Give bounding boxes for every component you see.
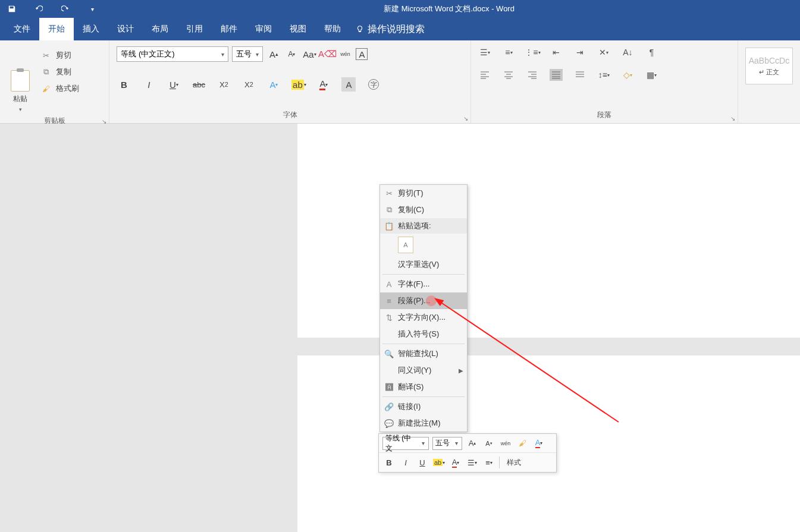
cm-smart-lookup[interactable]: 🔍 智能查找(L) bbox=[380, 345, 467, 362]
mini-phonetic[interactable]: wén bbox=[499, 437, 512, 450]
clipboard-icon: 📋 bbox=[384, 222, 394, 231]
cm-text-direction[interactable]: ⇅ 文字方向(X)... bbox=[380, 309, 467, 326]
clipboard-icon bbox=[11, 70, 30, 92]
tab-mail[interactable]: 邮件 bbox=[212, 18, 246, 40]
chevron-down-icon: ▾ bbox=[252, 51, 262, 58]
underline-button[interactable]: U▾ bbox=[167, 77, 181, 92]
mini-bold[interactable]: B bbox=[382, 456, 396, 469]
subscript-button[interactable]: X2 bbox=[217, 77, 231, 92]
save-icon[interactable] bbox=[6, 3, 18, 15]
mini-underline[interactable]: U bbox=[416, 456, 429, 469]
increase-font-button[interactable]: A▴ bbox=[266, 47, 281, 61]
paste-button[interactable]: 粘贴 ▾ bbox=[5, 44, 36, 112]
increase-indent-button[interactable]: ⇥ bbox=[573, 46, 586, 58]
cm-insert-symbol-label: 插入符号(S) bbox=[398, 329, 439, 339]
style-normal[interactable]: AaBbCcDc ↵ 正文 bbox=[745, 48, 793, 84]
window-title: 新建 Microsoft Word 文档.docx - Word bbox=[98, 4, 800, 14]
align-justify-button[interactable] bbox=[550, 69, 563, 81]
italic-button[interactable]: I bbox=[142, 77, 156, 92]
copy-button[interactable]: ⧉ 复制 bbox=[40, 67, 79, 77]
tab-design[interactable]: 设计 bbox=[108, 18, 143, 40]
quick-access-toolbar: ▾ bbox=[0, 3, 98, 15]
mini-font-color[interactable]: A▾ bbox=[532, 437, 545, 450]
change-case-button[interactable]: Aa▾ bbox=[302, 47, 316, 61]
borders-button[interactable]: ▦▾ bbox=[645, 69, 658, 81]
cm-synonyms[interactable]: 同义词(Y) ▶ bbox=[380, 362, 467, 379]
align-left-button[interactable] bbox=[478, 69, 491, 81]
decrease-indent-button[interactable]: ⇤ bbox=[550, 46, 563, 58]
cut-button[interactable]: ✂ 剪切 bbox=[40, 50, 79, 61]
qat-dropdown-icon[interactable]: ▾ bbox=[86, 3, 98, 15]
text-effects-button[interactable]: A▾ bbox=[266, 77, 281, 92]
mini-format-painter[interactable]: 🖌 bbox=[516, 437, 529, 450]
paragraph-launcher-icon[interactable]: ↘ bbox=[730, 115, 735, 122]
strikethrough-button[interactable]: abc bbox=[192, 77, 206, 92]
show-marks-button[interactable]: ¶ bbox=[645, 46, 658, 58]
mini-styles[interactable]: 样式 bbox=[503, 458, 525, 468]
font-launcher-icon[interactable]: ↘ bbox=[463, 115, 468, 122]
tab-references[interactable]: 引用 bbox=[177, 18, 212, 40]
tab-view[interactable]: 视图 bbox=[281, 18, 315, 40]
char-border-button[interactable]: A bbox=[356, 48, 368, 60]
page-gap bbox=[297, 338, 800, 355]
mini-highlight[interactable]: ab▾ bbox=[432, 456, 446, 469]
tell-me-search[interactable]: 操作说明搜索 bbox=[350, 18, 431, 40]
bold-button[interactable]: B bbox=[117, 77, 131, 92]
distributed-button[interactable] bbox=[573, 69, 586, 81]
mini-toolbar: 等线 (中文 ▾ 五号 ▾ A▴ A▾ wén 🖌 A▾ B I U ab▾ A… bbox=[378, 433, 557, 473]
format-painter-button[interactable]: 🖌 格式刷 bbox=[40, 83, 79, 94]
cm-insert-symbol[interactable]: 插入符号(S) bbox=[380, 326, 467, 342]
translate-icon: 🅰 bbox=[384, 383, 394, 392]
cm-new-comment[interactable]: 💬 新建批注(M) bbox=[380, 415, 467, 432]
paste-keep-formatting-button[interactable]: A bbox=[398, 237, 413, 253]
style-label: ↵ 正文 bbox=[759, 68, 779, 77]
phonetic-guide-button[interactable]: wén bbox=[338, 47, 352, 61]
decrease-font-button[interactable]: A▾ bbox=[284, 47, 299, 61]
highlight-button[interactable]: ab▾ bbox=[291, 77, 306, 92]
cm-cut[interactable]: ✂ 剪切(T) bbox=[380, 185, 467, 202]
numbering-button[interactable]: ≡▾ bbox=[502, 46, 515, 58]
align-center-button[interactable] bbox=[502, 69, 515, 81]
mini-numbering[interactable]: ≡▾ bbox=[482, 456, 495, 469]
tab-help[interactable]: 帮助 bbox=[315, 18, 350, 40]
cm-hanzi-label: 汉字重选(V) bbox=[398, 259, 439, 270]
cm-paragraph[interactable]: ≡ 段落(P)... bbox=[380, 292, 467, 309]
menu-separator bbox=[382, 274, 465, 275]
char-shading-button[interactable]: A bbox=[341, 77, 356, 92]
ribbon-tabs: 文件 开始 插入 设计 布局 引用 邮件 审阅 视图 帮助 操作说明搜索 bbox=[0, 18, 800, 40]
tab-layout[interactable]: 布局 bbox=[143, 18, 177, 40]
font-name-combo[interactable]: 等线 (中文正文) ▾ bbox=[117, 46, 228, 62]
enclose-char-button[interactable]: 字 bbox=[366, 77, 381, 92]
chevron-down-icon: ▾ bbox=[217, 51, 228, 58]
mini-bullets[interactable]: ☰▾ bbox=[466, 456, 479, 469]
bullets-button[interactable]: ☰▾ bbox=[478, 46, 491, 58]
cm-hanzi-reselect[interactable]: 汉字重选(V) bbox=[380, 256, 467, 273]
superscript-button[interactable]: X2 bbox=[241, 77, 256, 92]
cm-translate[interactable]: 🅰 翻译(S) bbox=[380, 379, 467, 395]
tab-home[interactable]: 开始 bbox=[39, 18, 74, 40]
mini-increase-font[interactable]: A▴ bbox=[466, 437, 479, 450]
line-spacing-button[interactable]: ↕≡▾ bbox=[597, 69, 610, 81]
font-color-button[interactable]: A▾ bbox=[316, 77, 331, 92]
cm-link[interactable]: 🔗 链接(I) bbox=[380, 398, 467, 415]
multilevel-list-button[interactable]: ⋮≡▾ bbox=[526, 46, 539, 58]
clear-format-button[interactable]: A⌫ bbox=[320, 47, 334, 61]
mini-italic[interactable]: I bbox=[399, 456, 412, 469]
undo-icon[interactable] bbox=[33, 3, 45, 15]
sort-button[interactable]: A↓ bbox=[621, 46, 634, 58]
tab-review[interactable]: 审阅 bbox=[246, 18, 281, 40]
tab-file[interactable]: 文件 bbox=[5, 18, 39, 40]
align-right-button[interactable] bbox=[526, 69, 539, 81]
font-size-value: 五号 bbox=[236, 49, 252, 59]
cm-font[interactable]: A 字体(F)... bbox=[380, 276, 467, 292]
font-size-combo[interactable]: 五号 ▾ bbox=[232, 46, 263, 62]
mini-font-color-2[interactable]: A▾ bbox=[449, 456, 462, 469]
cm-copy[interactable]: ⧉ 复制(C) bbox=[380, 202, 467, 218]
shading-button[interactable]: ◇▾ bbox=[621, 69, 634, 81]
tab-insert[interactable]: 插入 bbox=[74, 18, 108, 40]
redo-icon[interactable] bbox=[59, 3, 71, 15]
mini-font-combo[interactable]: 等线 (中文 ▾ bbox=[382, 437, 429, 450]
mini-size-combo[interactable]: 五号 ▾ bbox=[432, 437, 462, 450]
mini-decrease-font[interactable]: A▾ bbox=[482, 437, 495, 450]
asian-layout-button[interactable]: ✕▾ bbox=[597, 46, 610, 58]
